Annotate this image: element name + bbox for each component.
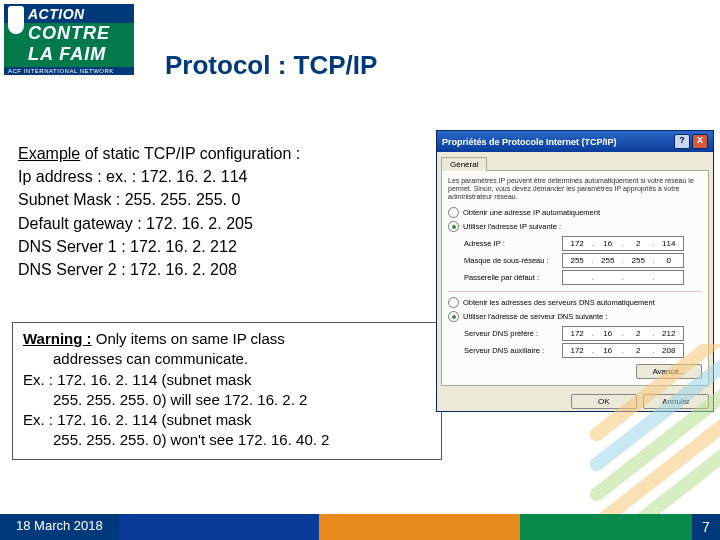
tab-general[interactable]: Général <box>441 157 487 171</box>
logo-word-faim: FAIM <box>59 44 106 64</box>
warning-ex2a: Ex. : 172. 16. 2. 114 (subnet mask <box>23 410 433 430</box>
dialog-description: Les paramètres IP peuvent être déterminé… <box>448 177 702 201</box>
radio-auto-ip[interactable]: Obtenir une adresse IP automatiquement <box>448 207 702 218</box>
footer-date: 18 March 2018 <box>0 514 119 540</box>
help-icon[interactable]: ? <box>674 134 690 149</box>
input-mask[interactable]: 255. 255. 255. 0 <box>562 253 684 268</box>
warning-ex1b: 255. 255. 255. 0) will see 172. 16. 2. 2 <box>23 390 433 410</box>
example-block: Example of static TCP/IP configuration :… <box>18 142 418 281</box>
radio-auto-dns-label: Obtenir les adresses des serveurs DNS au… <box>463 298 655 307</box>
example-header: Example <box>18 145 80 162</box>
warning-box: Warning : Only items on same IP class ad… <box>12 322 442 460</box>
input-dns2[interactable]: 172. 16. 2. 208 <box>562 343 684 358</box>
logo-word-action: ACTION <box>28 6 85 22</box>
slide-footer: 18 March 2018 7 <box>0 514 720 540</box>
example-line-dns1: DNS Server 1 : 172. 16. 2. 212 <box>18 235 418 258</box>
dialog-title: Propriétés de Protocole Internet (TCP/IP… <box>442 137 617 147</box>
warning-ex2b: 255. 255. 255. 0) won't see 172. 16. 40.… <box>23 430 433 450</box>
warning-body-1b: addresses can communicate. <box>23 349 433 369</box>
example-header-suffix: of static TCP/IP configuration : <box>80 145 300 162</box>
radio-static-dns-label: Utiliser l'adresse de serveur DNS suivan… <box>463 312 607 321</box>
advanced-button[interactable]: Avancé... <box>636 364 702 379</box>
input-ip[interactable]: 172. 16. 2. 114 <box>562 236 684 251</box>
radio-icon <box>448 311 459 322</box>
label-ip: Adresse IP : <box>464 239 562 248</box>
radio-icon <box>448 207 459 218</box>
radio-auto-dns[interactable]: Obtenir les adresses des serveurs DNS au… <box>448 297 702 308</box>
label-dns1: Serveur DNS préféré : <box>464 329 562 338</box>
cancel-button[interactable]: Annuler <box>643 394 709 409</box>
close-icon[interactable]: X <box>692 134 708 149</box>
logo-tagline: ACF INTERNATIONAL NETWORK <box>4 67 134 75</box>
example-line-mask: Subnet Mask : 255. 255. 255. 0 <box>18 188 418 211</box>
label-dns2: Serveur DNS auxiliaire : <box>464 346 562 355</box>
page-number: 7 <box>692 514 720 540</box>
warning-ex1a: Ex. : 172. 16. 2. 114 (subnet mask <box>23 370 433 390</box>
ok-button[interactable]: OK <box>571 394 637 409</box>
dialog-titlebar[interactable]: Propriétés de Protocole Internet (TCP/IP… <box>437 131 713 152</box>
brand-logo: ACTION CONTRE LA FAIM ACF INTERNATIONAL … <box>4 4 134 70</box>
slide-title: Protocol : TCP/IP <box>165 50 377 81</box>
dialog-panel: Les paramètres IP peuvent être déterminé… <box>441 170 709 386</box>
warning-body-1a: Only items on same IP class <box>92 330 285 347</box>
label-gw: Passerelle par défaut : <box>464 273 562 282</box>
radio-icon <box>448 221 459 232</box>
example-line-dns2: DNS Server 2 : 172. 16. 2. 208 <box>18 258 418 281</box>
radio-static-ip-label: Utiliser l'adresse IP suivante : <box>463 222 561 231</box>
example-line-ip: Ip address : ex. : 172. 16. 2. 114 <box>18 165 418 188</box>
radio-auto-ip-label: Obtenir une adresse IP automatiquement <box>463 208 600 217</box>
radio-static-ip[interactable]: Utiliser l'adresse IP suivante : <box>448 221 702 232</box>
input-dns1[interactable]: 172. 16. 2. 212 <box>562 326 684 341</box>
example-line-gateway: Default gateway : 172. 16. 2. 205 <box>18 212 418 235</box>
warning-head: Warning : <box>23 330 92 347</box>
radio-icon <box>448 297 459 308</box>
tcpip-properties-dialog: Propriétés de Protocole Internet (TCP/IP… <box>436 130 714 412</box>
label-mask: Masque de sous-réseau : <box>464 256 562 265</box>
radio-static-dns[interactable]: Utiliser l'adresse de serveur DNS suivan… <box>448 311 702 322</box>
input-gateway[interactable]: . . . <box>562 270 684 285</box>
